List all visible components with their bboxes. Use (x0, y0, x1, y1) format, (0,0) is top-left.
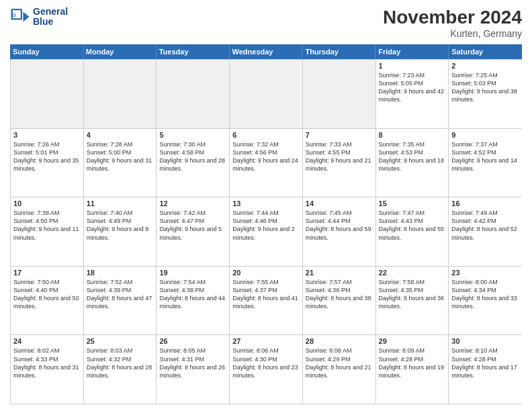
calendar-cell: 24Sunrise: 8:02 AM Sunset: 4:33 PM Dayli… (11, 335, 84, 404)
day-info: Sunrise: 7:55 AM Sunset: 4:37 PM Dayligh… (232, 278, 300, 311)
day-info: Sunrise: 7:37 AM Sunset: 4:52 PM Dayligh… (451, 140, 519, 173)
calendar-body: 1Sunrise: 7:23 AM Sunset: 5:05 PM Daylig… (10, 59, 522, 404)
day-number: 24 (13, 337, 81, 345)
logo-line1: General (33, 7, 68, 17)
day-number: 3 (13, 131, 81, 139)
calendar-cell: 28Sunrise: 8:08 AM Sunset: 4:29 PM Dayli… (303, 335, 376, 404)
day-number: 4 (87, 131, 154, 139)
calendar-week: 1Sunrise: 7:23 AM Sunset: 5:05 PM Daylig… (11, 59, 522, 128)
calendar-cell: 29Sunrise: 8:09 AM Sunset: 4:28 PM Dayli… (376, 335, 449, 404)
day-number: 19 (159, 269, 226, 277)
calendar-week: 3Sunrise: 7:26 AM Sunset: 5:01 PM Daylig… (11, 128, 522, 197)
day-info: Sunrise: 7:33 AM Sunset: 4:55 PM Dayligh… (306, 140, 373, 173)
day-number: 21 (306, 269, 373, 277)
calendar-week: 10Sunrise: 7:38 AM Sunset: 4:50 PM Dayli… (11, 197, 522, 266)
calendar-cell: 22Sunrise: 7:58 AM Sunset: 4:35 PM Dayli… (376, 267, 449, 335)
day-number: 25 (87, 337, 154, 345)
calendar-cell: 12Sunrise: 7:42 AM Sunset: 4:47 PM Dayli… (157, 197, 230, 266)
day-info: Sunrise: 8:00 AM Sunset: 4:34 PM Dayligh… (451, 278, 519, 311)
calendar-cell: 7Sunrise: 7:33 AM Sunset: 4:55 PM Daylig… (303, 129, 376, 197)
calendar-cell (303, 60, 376, 128)
day-info: Sunrise: 8:09 AM Sunset: 4:28 PM Dayligh… (379, 347, 446, 379)
calendar-day-header: Wednesday (230, 44, 303, 59)
day-info: Sunrise: 7:25 AM Sunset: 5:03 PM Dayligh… (451, 71, 519, 104)
month-year: November 2024 (383, 7, 522, 28)
day-info: Sunrise: 7:28 AM Sunset: 5:00 PM Dayligh… (87, 140, 154, 173)
calendar-header: SundayMondayTuesdayWednesdayThursdayFrid… (10, 44, 522, 59)
day-info: Sunrise: 7:38 AM Sunset: 4:50 PM Dayligh… (13, 209, 81, 242)
logo-text: General Blue (33, 7, 68, 28)
day-number: 6 (232, 131, 300, 139)
day-info: Sunrise: 7:52 AM Sunset: 4:39 PM Dayligh… (87, 278, 154, 311)
calendar-cell: 26Sunrise: 8:05 AM Sunset: 4:31 PM Dayli… (157, 335, 230, 404)
calendar-cell: 16Sunrise: 7:49 AM Sunset: 4:42 PM Dayli… (449, 197, 522, 266)
day-info: Sunrise: 8:05 AM Sunset: 4:31 PM Dayligh… (159, 347, 226, 379)
calendar: SundayMondayTuesdayWednesdayThursdayFrid… (10, 44, 522, 404)
day-number: 28 (306, 337, 373, 345)
day-info: Sunrise: 7:40 AM Sunset: 4:49 PM Dayligh… (87, 209, 154, 242)
day-info: Sunrise: 7:42 AM Sunset: 4:47 PM Dayligh… (159, 209, 226, 242)
day-info: Sunrise: 7:50 AM Sunset: 4:40 PM Dayligh… (13, 278, 81, 311)
calendar-cell (84, 60, 157, 128)
calendar-cell: 17Sunrise: 7:50 AM Sunset: 4:40 PM Dayli… (11, 267, 84, 335)
calendar-cell: 19Sunrise: 7:54 AM Sunset: 4:38 PM Dayli… (157, 267, 230, 335)
day-info: Sunrise: 7:47 AM Sunset: 4:43 PM Dayligh… (379, 209, 446, 242)
calendar-cell: 3Sunrise: 7:26 AM Sunset: 5:01 PM Daylig… (11, 129, 84, 197)
calendar-cell: 8Sunrise: 7:35 AM Sunset: 4:53 PM Daylig… (376, 129, 449, 197)
logo-icon: G (10, 7, 30, 27)
day-number: 20 (232, 269, 300, 277)
day-info: Sunrise: 7:49 AM Sunset: 4:42 PM Dayligh… (451, 209, 519, 242)
day-number: 12 (159, 199, 226, 208)
day-info: Sunrise: 7:58 AM Sunset: 4:35 PM Dayligh… (379, 278, 446, 311)
day-number: 9 (451, 131, 519, 139)
day-info: Sunrise: 8:02 AM Sunset: 4:33 PM Dayligh… (13, 347, 81, 379)
calendar-cell: 18Sunrise: 7:52 AM Sunset: 4:39 PM Dayli… (84, 267, 157, 335)
day-info: Sunrise: 7:35 AM Sunset: 4:53 PM Dayligh… (379, 140, 446, 173)
calendar-week: 17Sunrise: 7:50 AM Sunset: 4:40 PM Dayli… (11, 266, 522, 335)
calendar-cell: 2Sunrise: 7:25 AM Sunset: 5:03 PM Daylig… (449, 60, 522, 128)
day-info: Sunrise: 7:45 AM Sunset: 4:44 PM Dayligh… (306, 209, 373, 242)
day-info: Sunrise: 8:08 AM Sunset: 4:29 PM Dayligh… (306, 347, 373, 379)
calendar-cell: 30Sunrise: 8:10 AM Sunset: 4:28 PM Dayli… (449, 335, 522, 404)
calendar-cell: 15Sunrise: 7:47 AM Sunset: 4:43 PM Dayli… (376, 197, 449, 266)
day-number: 29 (379, 337, 446, 345)
day-number: 26 (159, 337, 226, 345)
day-number: 27 (232, 337, 300, 345)
day-number: 10 (13, 199, 81, 208)
logo: G General Blue (10, 7, 68, 28)
page: G General Blue November 2024 Kurten, Ger… (0, 0, 532, 411)
calendar-cell (11, 60, 84, 128)
calendar-day-header: Tuesday (157, 44, 230, 59)
header: G General Blue November 2024 Kurten, Ger… (10, 7, 522, 39)
day-info: Sunrise: 7:23 AM Sunset: 5:05 PM Dayligh… (379, 71, 446, 104)
day-number: 13 (232, 199, 300, 208)
calendar-cell: 21Sunrise: 7:57 AM Sunset: 4:36 PM Dayli… (303, 267, 376, 335)
day-number: 2 (451, 62, 519, 70)
day-number: 18 (87, 269, 154, 277)
calendar-cell (157, 60, 230, 128)
day-info: Sunrise: 7:44 AM Sunset: 4:46 PM Dayligh… (232, 209, 300, 242)
day-info: Sunrise: 8:10 AM Sunset: 4:28 PM Dayligh… (451, 347, 519, 379)
calendar-cell: 14Sunrise: 7:45 AM Sunset: 4:44 PM Dayli… (303, 197, 376, 266)
day-number: 8 (379, 131, 446, 139)
day-info: Sunrise: 7:32 AM Sunset: 4:56 PM Dayligh… (232, 140, 300, 173)
calendar-cell (230, 60, 303, 128)
location: Kurten, Germany (383, 28, 522, 39)
calendar-cell: 25Sunrise: 8:03 AM Sunset: 4:32 PM Dayli… (84, 335, 157, 404)
calendar-cell: 27Sunrise: 8:06 AM Sunset: 4:30 PM Dayli… (230, 335, 303, 404)
calendar-day-header: Saturday (449, 44, 522, 59)
day-number: 23 (451, 269, 519, 277)
calendar-week: 24Sunrise: 8:02 AM Sunset: 4:33 PM Dayli… (11, 334, 522, 404)
calendar-cell: 9Sunrise: 7:37 AM Sunset: 4:52 PM Daylig… (449, 129, 522, 197)
title-block: November 2024 Kurten, Germany (383, 7, 522, 39)
day-info: Sunrise: 7:30 AM Sunset: 4:58 PM Dayligh… (159, 140, 226, 173)
day-number: 16 (451, 199, 519, 208)
day-info: Sunrise: 8:06 AM Sunset: 4:30 PM Dayligh… (232, 347, 300, 379)
calendar-day-header: Sunday (10, 44, 83, 59)
calendar-cell: 11Sunrise: 7:40 AM Sunset: 4:49 PM Dayli… (84, 197, 157, 266)
logo-line2: Blue (33, 17, 68, 27)
calendar-day-header: Monday (83, 44, 157, 59)
day-number: 5 (159, 131, 226, 139)
day-info: Sunrise: 7:57 AM Sunset: 4:36 PM Dayligh… (306, 278, 373, 311)
calendar-day-header: Friday (375, 44, 449, 59)
